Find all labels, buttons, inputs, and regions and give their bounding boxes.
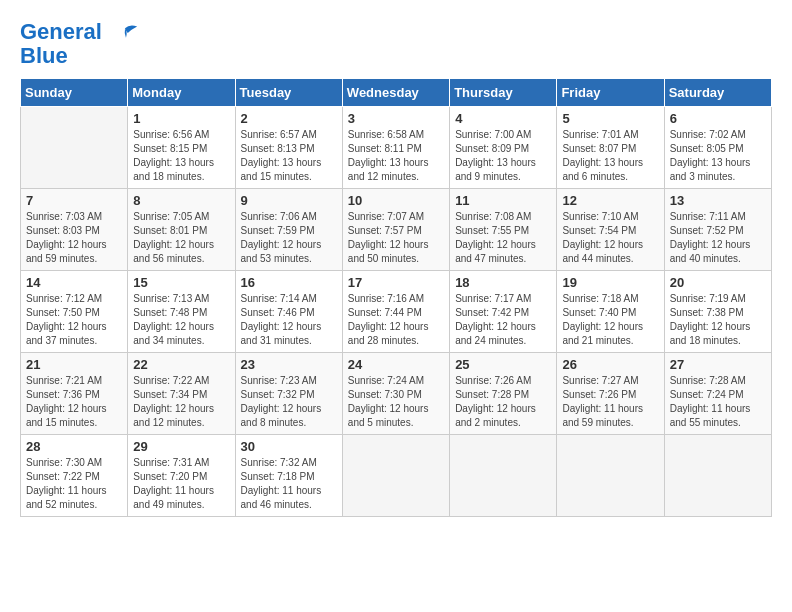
day-info: Sunrise: 7:02 AMSunset: 8:05 PMDaylight:… (670, 128, 766, 184)
day-number: 27 (670, 357, 766, 372)
day-info: Sunrise: 7:12 AMSunset: 7:50 PMDaylight:… (26, 292, 122, 348)
day-info: Sunrise: 7:22 AMSunset: 7:34 PMDaylight:… (133, 374, 229, 430)
calendar-cell: 24Sunrise: 7:24 AMSunset: 7:30 PMDayligh… (342, 353, 449, 435)
day-info: Sunrise: 7:26 AMSunset: 7:28 PMDaylight:… (455, 374, 551, 430)
day-number: 12 (562, 193, 658, 208)
day-info: Sunrise: 7:08 AMSunset: 7:55 PMDaylight:… (455, 210, 551, 266)
day-number: 29 (133, 439, 229, 454)
day-number: 23 (241, 357, 337, 372)
day-info: Sunrise: 6:56 AMSunset: 8:15 PMDaylight:… (133, 128, 229, 184)
calendar-week-row: 1Sunrise: 6:56 AMSunset: 8:15 PMDaylight… (21, 107, 772, 189)
calendar-cell: 23Sunrise: 7:23 AMSunset: 7:32 PMDayligh… (235, 353, 342, 435)
day-info: Sunrise: 7:00 AMSunset: 8:09 PMDaylight:… (455, 128, 551, 184)
weekday-header: Saturday (664, 79, 771, 107)
calendar-cell: 25Sunrise: 7:26 AMSunset: 7:28 PMDayligh… (450, 353, 557, 435)
calendar-week-row: 14Sunrise: 7:12 AMSunset: 7:50 PMDayligh… (21, 271, 772, 353)
calendar-cell (21, 107, 128, 189)
day-number: 3 (348, 111, 444, 126)
logo-text: General (20, 20, 139, 44)
calendar-cell: 4Sunrise: 7:00 AMSunset: 8:09 PMDaylight… (450, 107, 557, 189)
day-number: 30 (241, 439, 337, 454)
calendar-cell: 29Sunrise: 7:31 AMSunset: 7:20 PMDayligh… (128, 435, 235, 517)
day-info: Sunrise: 7:16 AMSunset: 7:44 PMDaylight:… (348, 292, 444, 348)
day-info: Sunrise: 7:24 AMSunset: 7:30 PMDaylight:… (348, 374, 444, 430)
day-info: Sunrise: 7:17 AMSunset: 7:42 PMDaylight:… (455, 292, 551, 348)
calendar-cell (664, 435, 771, 517)
day-number: 16 (241, 275, 337, 290)
logo-general: General (20, 19, 102, 44)
calendar-cell: 2Sunrise: 6:57 AMSunset: 8:13 PMDaylight… (235, 107, 342, 189)
calendar-cell: 26Sunrise: 7:27 AMSunset: 7:26 PMDayligh… (557, 353, 664, 435)
weekday-header: Monday (128, 79, 235, 107)
day-info: Sunrise: 7:05 AMSunset: 8:01 PMDaylight:… (133, 210, 229, 266)
calendar-cell: 16Sunrise: 7:14 AMSunset: 7:46 PMDayligh… (235, 271, 342, 353)
day-info: Sunrise: 7:06 AMSunset: 7:59 PMDaylight:… (241, 210, 337, 266)
calendar-cell: 17Sunrise: 7:16 AMSunset: 7:44 PMDayligh… (342, 271, 449, 353)
weekday-header: Sunday (21, 79, 128, 107)
calendar-cell (557, 435, 664, 517)
weekday-header: Thursday (450, 79, 557, 107)
day-info: Sunrise: 7:30 AMSunset: 7:22 PMDaylight:… (26, 456, 122, 512)
day-number: 25 (455, 357, 551, 372)
logo: General Blue (20, 20, 139, 68)
day-info: Sunrise: 6:57 AMSunset: 8:13 PMDaylight:… (241, 128, 337, 184)
day-number: 17 (348, 275, 444, 290)
calendar-cell: 9Sunrise: 7:06 AMSunset: 7:59 PMDaylight… (235, 189, 342, 271)
day-info: Sunrise: 6:58 AMSunset: 8:11 PMDaylight:… (348, 128, 444, 184)
day-number: 19 (562, 275, 658, 290)
calendar-cell: 20Sunrise: 7:19 AMSunset: 7:38 PMDayligh… (664, 271, 771, 353)
calendar-cell: 15Sunrise: 7:13 AMSunset: 7:48 PMDayligh… (128, 271, 235, 353)
day-info: Sunrise: 7:27 AMSunset: 7:26 PMDaylight:… (562, 374, 658, 430)
day-info: Sunrise: 7:01 AMSunset: 8:07 PMDaylight:… (562, 128, 658, 184)
logo-blue: Blue (20, 44, 139, 68)
day-number: 11 (455, 193, 551, 208)
weekday-header: Wednesday (342, 79, 449, 107)
day-info: Sunrise: 7:14 AMSunset: 7:46 PMDaylight:… (241, 292, 337, 348)
day-number: 5 (562, 111, 658, 126)
day-number: 8 (133, 193, 229, 208)
calendar-cell: 27Sunrise: 7:28 AMSunset: 7:24 PMDayligh… (664, 353, 771, 435)
calendar-cell (450, 435, 557, 517)
calendar-cell: 10Sunrise: 7:07 AMSunset: 7:57 PMDayligh… (342, 189, 449, 271)
day-number: 24 (348, 357, 444, 372)
day-number: 13 (670, 193, 766, 208)
calendar-cell: 12Sunrise: 7:10 AMSunset: 7:54 PMDayligh… (557, 189, 664, 271)
weekday-header: Friday (557, 79, 664, 107)
day-number: 21 (26, 357, 122, 372)
day-number: 10 (348, 193, 444, 208)
calendar-week-row: 21Sunrise: 7:21 AMSunset: 7:36 PMDayligh… (21, 353, 772, 435)
calendar-table: SundayMondayTuesdayWednesdayThursdayFrid… (20, 78, 772, 517)
day-number: 14 (26, 275, 122, 290)
day-number: 2 (241, 111, 337, 126)
day-number: 28 (26, 439, 122, 454)
calendar-cell: 21Sunrise: 7:21 AMSunset: 7:36 PMDayligh… (21, 353, 128, 435)
page-header: General Blue (20, 20, 772, 68)
logo-bird-icon (111, 23, 139, 43)
calendar-cell: 3Sunrise: 6:58 AMSunset: 8:11 PMDaylight… (342, 107, 449, 189)
day-info: Sunrise: 7:13 AMSunset: 7:48 PMDaylight:… (133, 292, 229, 348)
day-info: Sunrise: 7:32 AMSunset: 7:18 PMDaylight:… (241, 456, 337, 512)
day-number: 22 (133, 357, 229, 372)
day-info: Sunrise: 7:21 AMSunset: 7:36 PMDaylight:… (26, 374, 122, 430)
calendar-week-row: 28Sunrise: 7:30 AMSunset: 7:22 PMDayligh… (21, 435, 772, 517)
calendar-cell: 5Sunrise: 7:01 AMSunset: 8:07 PMDaylight… (557, 107, 664, 189)
calendar-cell: 13Sunrise: 7:11 AMSunset: 7:52 PMDayligh… (664, 189, 771, 271)
day-number: 4 (455, 111, 551, 126)
day-info: Sunrise: 7:11 AMSunset: 7:52 PMDaylight:… (670, 210, 766, 266)
day-number: 9 (241, 193, 337, 208)
weekday-header-row: SundayMondayTuesdayWednesdayThursdayFrid… (21, 79, 772, 107)
calendar-cell: 14Sunrise: 7:12 AMSunset: 7:50 PMDayligh… (21, 271, 128, 353)
calendar-cell: 30Sunrise: 7:32 AMSunset: 7:18 PMDayligh… (235, 435, 342, 517)
calendar-cell: 11Sunrise: 7:08 AMSunset: 7:55 PMDayligh… (450, 189, 557, 271)
day-info: Sunrise: 7:19 AMSunset: 7:38 PMDaylight:… (670, 292, 766, 348)
calendar-cell (342, 435, 449, 517)
weekday-header: Tuesday (235, 79, 342, 107)
day-number: 1 (133, 111, 229, 126)
day-info: Sunrise: 7:10 AMSunset: 7:54 PMDaylight:… (562, 210, 658, 266)
calendar-cell: 7Sunrise: 7:03 AMSunset: 8:03 PMDaylight… (21, 189, 128, 271)
calendar-cell: 28Sunrise: 7:30 AMSunset: 7:22 PMDayligh… (21, 435, 128, 517)
day-info: Sunrise: 7:07 AMSunset: 7:57 PMDaylight:… (348, 210, 444, 266)
day-number: 20 (670, 275, 766, 290)
day-info: Sunrise: 7:18 AMSunset: 7:40 PMDaylight:… (562, 292, 658, 348)
day-number: 15 (133, 275, 229, 290)
